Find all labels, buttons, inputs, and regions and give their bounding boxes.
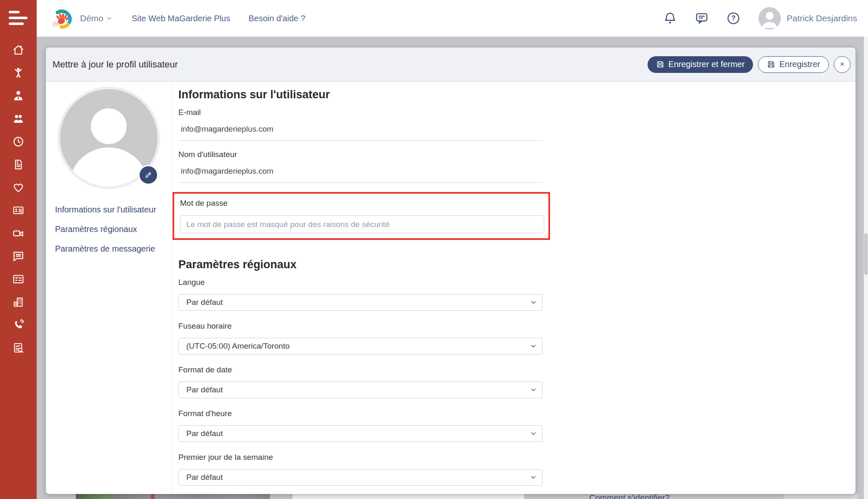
profile-section-nav: Informations sur l'utilisateur Paramètre… bbox=[55, 205, 171, 254]
modal-backdrop: Comment s'identifier? Mettre à jour le p… bbox=[37, 37, 868, 499]
sidebar-item-calls[interactable] bbox=[11, 318, 25, 332]
save-button[interactable]: Enregistrer bbox=[758, 56, 829, 73]
sidebar-item-health[interactable] bbox=[11, 180, 25, 195]
email-field[interactable]: info@magarderieplus.com bbox=[178, 125, 543, 141]
building-icon bbox=[12, 295, 25, 309]
user-avatar[interactable] bbox=[758, 7, 781, 30]
username-field[interactable]: info@magarderieplus.com bbox=[178, 167, 543, 183]
topbar: Démo Site Web MaGarderie Plus Besoin d'a… bbox=[37, 0, 868, 37]
profile-form: Informations sur l'utilisateur E-mail in… bbox=[172, 82, 855, 494]
hamburger-bar bbox=[9, 22, 24, 25]
pencil-icon bbox=[144, 170, 153, 180]
close-icon: × bbox=[840, 60, 845, 69]
password-input[interactable] bbox=[180, 215, 544, 233]
chevron-down-icon bbox=[105, 14, 113, 22]
svg-text:$: $ bbox=[16, 160, 18, 165]
timezone-select[interactable]: (UTC-05:00) America/Toronto bbox=[178, 338, 543, 354]
edit-avatar-button[interactable] bbox=[138, 165, 158, 185]
time-format-field-group: Format d'heure Par défaut bbox=[178, 409, 855, 442]
profile-avatar bbox=[58, 87, 160, 189]
language-select[interactable]: Par défaut bbox=[178, 294, 543, 311]
close-button[interactable]: × bbox=[834, 56, 850, 73]
help-icon[interactable]: ? bbox=[726, 11, 741, 26]
date-format-select[interactable]: Par défaut bbox=[178, 382, 543, 398]
save-icon bbox=[656, 60, 665, 69]
modal-actions: Enregistrer et fermer Enregistrer × bbox=[648, 56, 850, 73]
sidebar-item-home[interactable] bbox=[11, 43, 25, 57]
background-card-fragment bbox=[783, 494, 858, 499]
scrollbar-thumb[interactable] bbox=[864, 233, 868, 275]
chevron-down-icon bbox=[530, 386, 537, 394]
checklist-icon bbox=[12, 272, 25, 286]
heart-icon bbox=[12, 181, 25, 194]
sidebar-item-messages[interactable] bbox=[11, 249, 25, 263]
sidebar: $ bbox=[0, 0, 37, 499]
first-day-value: Par défaut bbox=[186, 473, 223, 482]
background-partial-text: Comment s'identifier? bbox=[589, 493, 670, 499]
child-icon bbox=[12, 66, 25, 80]
notifications-bell-icon[interactable] bbox=[663, 11, 678, 26]
id-card-icon bbox=[12, 204, 25, 217]
video-camera-icon bbox=[12, 227, 25, 240]
regional-settings-heading: Paramètres régionaux bbox=[178, 258, 855, 271]
avatar-placeholder-icon bbox=[758, 7, 781, 30]
modal-title: Mettre à jour le profil utilisateur bbox=[53, 59, 178, 70]
nav-messaging-settings[interactable]: Paramètres de messagerie bbox=[55, 244, 171, 254]
phone-icon bbox=[12, 318, 25, 332]
first-day-label: Premier jour de la semaine bbox=[178, 453, 855, 462]
organization-name: Démo bbox=[80, 13, 103, 23]
chevron-down-icon bbox=[530, 474, 537, 481]
time-format-select[interactable]: Par défaut bbox=[178, 425, 543, 442]
page-scrollbar[interactable] bbox=[864, 37, 868, 499]
password-highlight-annotation: Mot de passe bbox=[173, 192, 550, 240]
sidebar-item-children[interactable] bbox=[11, 66, 25, 80]
username-field-group: Nom d'utilisateur info@magarderieplus.co… bbox=[178, 150, 855, 183]
nav-user-information[interactable]: Informations sur l'utilisateur bbox=[55, 205, 171, 215]
sidebar-item-billing[interactable]: $ bbox=[11, 157, 25, 172]
time-format-label: Format d'heure bbox=[178, 409, 855, 418]
topbar-right: ? Patrick Desjardins bbox=[646, 7, 857, 30]
hamburger-bar bbox=[9, 17, 28, 19]
first-day-field-group: Premier jour de la semaine Par défaut bbox=[178, 453, 855, 486]
sidebar-icons: $ bbox=[11, 43, 25, 355]
save-and-close-button[interactable]: Enregistrer et fermer bbox=[648, 56, 753, 73]
sidebar-item-educators[interactable] bbox=[11, 89, 25, 103]
email-label: E-mail bbox=[178, 108, 855, 117]
nav-regional-settings[interactable]: Paramètres régionaux bbox=[55, 225, 171, 234]
email-field-group: E-mail info@magarderieplus.com bbox=[178, 108, 855, 141]
organization-switcher[interactable]: Démo bbox=[80, 13, 113, 23]
sidebar-item-attendance[interactable] bbox=[11, 135, 25, 149]
families-icon bbox=[12, 112, 25, 125]
language-field-group: Langue Par défaut bbox=[178, 278, 855, 311]
sidebar-item-families[interactable] bbox=[11, 112, 25, 126]
sidebar-item-reports[interactable] bbox=[11, 341, 25, 355]
first-day-select[interactable]: Par défaut bbox=[178, 469, 543, 486]
sidebar-item-tasks[interactable] bbox=[11, 272, 25, 286]
sidebar-item-contacts[interactable] bbox=[11, 203, 25, 217]
user-name[interactable]: Patrick Desjardins bbox=[787, 13, 857, 23]
sidebar-item-organization[interactable] bbox=[11, 295, 25, 309]
nav-link-help[interactable]: Besoin d'aide ? bbox=[248, 14, 305, 23]
username-label: Nom d'utilisateur bbox=[178, 150, 855, 159]
chat-bubble-icon bbox=[12, 250, 25, 263]
user-info-heading: Informations sur l'utilisateur bbox=[178, 88, 855, 101]
hamburger-bar bbox=[9, 11, 20, 13]
background-photo-fragment bbox=[76, 494, 270, 499]
date-format-field-group: Format de date Par défaut bbox=[178, 365, 855, 398]
profile-sidebar: Informations sur l'utilisateur Paramètre… bbox=[46, 82, 172, 494]
magarderie-logo bbox=[51, 7, 74, 30]
svg-text:?: ? bbox=[731, 14, 735, 22]
password-label: Mot de passe bbox=[180, 199, 541, 208]
chevron-down-icon bbox=[530, 342, 537, 350]
date-format-label: Format de date bbox=[178, 365, 855, 374]
time-format-value: Par défaut bbox=[186, 429, 223, 438]
sidebar-item-video[interactable] bbox=[11, 226, 25, 240]
chevron-down-icon bbox=[530, 430, 537, 437]
modal-body: Informations sur l'utilisateur Paramètre… bbox=[46, 82, 855, 494]
messages-icon[interactable] bbox=[694, 11, 709, 26]
home-icon bbox=[12, 43, 25, 57]
invoice-icon: $ bbox=[12, 158, 25, 171]
save-icon bbox=[767, 60, 775, 69]
nav-link-website[interactable]: Site Web MaGarderie Plus bbox=[132, 14, 230, 23]
hamburger-menu-icon[interactable] bbox=[9, 11, 28, 25]
